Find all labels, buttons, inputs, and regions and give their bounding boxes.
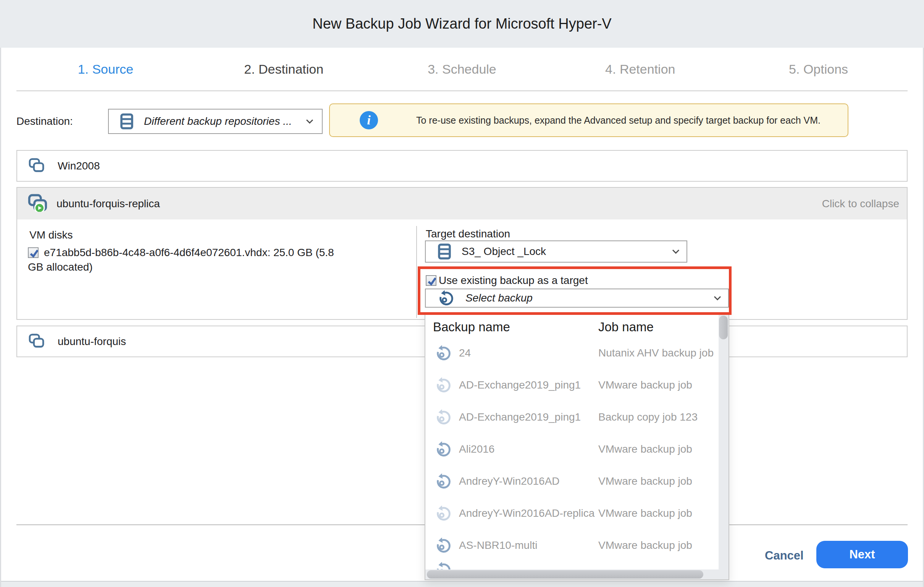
job-name: VMware backup job [598, 507, 692, 519]
collapse-hint: Click to collapse [822, 198, 899, 210]
job-name: VMware backup job [598, 539, 692, 551]
tab-destination[interactable]: 2. Destination [195, 48, 373, 91]
backup-name: AndreyY-Win2016AD-replica [459, 507, 594, 519]
info-text: To re-use existing backups, expand the A… [416, 115, 820, 126]
vm-row-win2008[interactable]: Win2008 [16, 150, 908, 182]
backup-list-item[interactable]: 24 Nutanix AHV backup job [425, 337, 729, 369]
disk-label: e71abb5d-b86b-4c48-a0f6-4d6f4e072601.vhd… [28, 247, 334, 273]
backup-icon [438, 290, 455, 307]
target-destination-value: S3_ Object _Lock [462, 246, 546, 257]
target-destination-label: Target destination [426, 228, 510, 240]
backup-name: AD-Exchange2019_ping1 [459, 379, 581, 391]
vm-icon [29, 333, 45, 348]
select-backup-placeholder: Select backup [465, 292, 533, 304]
job-name: VMware backup job [598, 443, 692, 455]
info-banner: i To re-use existing backups, expand the… [329, 104, 848, 137]
wizard-title: New Backup Job Wizard for Microsoft Hype… [312, 16, 611, 32]
wizard-header: New Backup Job Wizard for Microsoft Hype… [0, 0, 924, 48]
tab-label: 2. Destination [244, 62, 323, 77]
job-name: Backup copy job 123 [598, 411, 698, 423]
repository-icon [438, 244, 451, 259]
vm-name: ubuntu-forquis-replica [56, 198, 160, 210]
vm-disks-label: VM disks [30, 229, 73, 241]
backup-name: 24 [459, 347, 471, 359]
backup-name: AD-Exchange2019_ping1 [459, 411, 581, 423]
next-button[interactable]: Next [816, 541, 908, 568]
panel-divider [416, 226, 417, 318]
vm-icon [29, 158, 45, 173]
job-name-column-header: Job name [598, 320, 654, 334]
use-existing-label: Use existing backup as a target [439, 274, 588, 287]
vm-name: ubuntu-forquis [58, 335, 126, 348]
backup-icon [438, 290, 455, 307]
tab-options[interactable]: 5. Options [729, 48, 908, 91]
disk-checkbox[interactable] [28, 247, 38, 258]
vm-icon [29, 333, 45, 350]
tab-schedule[interactable]: 3. Schedule [373, 48, 551, 91]
target-destination-select[interactable]: S3_ Object _Lock [425, 241, 687, 262]
destination-label: Destination: [16, 115, 73, 127]
vm-replica-icon [28, 194, 48, 212]
backup-list-item[interactable]: AndreyY-Win2016AD VMware backup job [425, 465, 729, 497]
backup-icon [435, 441, 452, 458]
backup-icon [435, 473, 452, 490]
backup-icon [435, 345, 452, 361]
vertical-scrollbar-track[interactable] [719, 313, 729, 579]
backup-name-column-header: Backup name [433, 320, 510, 334]
backup-dropdown-list: Backup name Job name 24 Nutanix AHV back… [424, 312, 729, 580]
cancel-button[interactable]: Cancel [765, 549, 804, 562]
vm-disk-item: e71abb5d-b86b-4c48-a0f6-4d6f4e072601.vhd… [28, 246, 340, 274]
vm-name: Win2008 [58, 160, 100, 172]
vm-row-ubuntu-forquis-replica[interactable]: ubuntu-forquis-replica Click to collapse [16, 187, 908, 220]
vm-replica-icon [28, 194, 48, 213]
horizontal-scrollbar-thumb[interactable] [427, 570, 703, 579]
backup-icon [435, 377, 452, 394]
backup-list-item[interactable]: AD-Exchange2019_ping1 VMware backup job [425, 369, 729, 401]
vertical-scrollbar-thumb[interactable] [719, 316, 728, 339]
bottom-strip [0, 581, 924, 587]
backup-list-item[interactable]: AD-Exchange2019_ping1 Backup copy job 12… [425, 401, 729, 433]
backup-icon [435, 505, 452, 522]
select-backup-dropdown[interactable]: Select backup [425, 289, 729, 308]
destination-value: Different backup repositories ... [144, 115, 292, 127]
backup-name: AS-NBR10-multi [459, 539, 537, 551]
backup-icon [435, 409, 452, 425]
window-edge-left [0, 48, 1, 587]
tab-label: 5. Options [789, 62, 848, 77]
backup-list-item[interactable]: AndreyY-Win2016AD-replica VMware backup … [425, 497, 729, 529]
use-existing-checkbox[interactable] [426, 275, 436, 286]
chevron-down-icon [714, 296, 721, 300]
repository-icon [120, 113, 133, 129]
backup-icon [435, 537, 452, 554]
chevron-down-icon [672, 249, 680, 254]
backup-list-item[interactable]: Ali2016 VMware backup job [425, 433, 729, 465]
tab-retention[interactable]: 4. Retention [551, 48, 729, 91]
backup-name: Ali2016 [459, 443, 495, 455]
backup-name: AndreyY-Win2016AD [459, 475, 560, 487]
vm-icon [29, 158, 45, 174]
tab-label: 1. Source [78, 62, 134, 77]
destination-select[interactable]: Different backup repositories ... [108, 109, 323, 134]
chevron-down-icon [306, 119, 314, 124]
tab-label: 4. Retention [605, 62, 675, 77]
wizard-steps: 1. Source2. Destination3. Schedule4. Ret… [16, 48, 908, 91]
tab-label: 3. Schedule [427, 62, 497, 77]
tab-source[interactable]: 1. Source [16, 48, 195, 91]
job-name: VMware backup job [598, 379, 692, 391]
tabs-divider [16, 91, 908, 91]
job-name: VMware backup job [598, 475, 692, 487]
job-name: Nutanix AHV backup job [598, 347, 714, 359]
info-icon: i [360, 111, 378, 129]
use-existing-backup-option[interactable]: Use existing backup as a target [426, 274, 588, 287]
backup-list-item[interactable]: AS-NBR10-multi VMware backup job [425, 529, 729, 561]
